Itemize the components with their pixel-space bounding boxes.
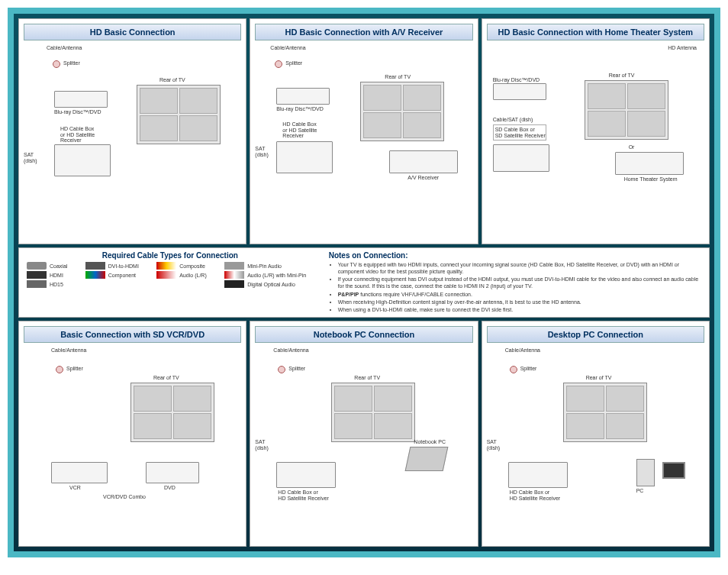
notes-title: Notes on Connection: bbox=[329, 251, 701, 260]
diagram: Cable/Antenna Splitter Rear of TV SAT (d… bbox=[487, 347, 704, 541]
monitor-icon bbox=[662, 462, 685, 479]
cablebox-icon bbox=[54, 144, 111, 176]
label-hts: Home Theater System bbox=[624, 176, 678, 183]
label-cable-antenna: Cable/Antenna bbox=[505, 347, 540, 354]
label-sat: SAT (dish) bbox=[487, 439, 501, 451]
label-avr: A/V Receiver bbox=[407, 175, 439, 181]
cable-item: Audio (L/R) with Mini-Pin bbox=[224, 271, 313, 279]
label-or: Or bbox=[629, 144, 635, 150]
label-sd-cablebox: SD Cable Box or SD Satellite Receiver bbox=[493, 124, 546, 141]
cable-icon bbox=[224, 271, 244, 279]
desktop-tower-icon bbox=[636, 459, 655, 486]
label-splitter: Splitter bbox=[520, 366, 537, 372]
note-item: When receiving High-Definition content s… bbox=[338, 299, 701, 305]
diagram: Cable/Antenna Splitter Rear of TV Blu-ra… bbox=[24, 45, 241, 239]
label-rear-tv: Rear of TV bbox=[586, 375, 612, 381]
label-rear-tv: Rear of TV bbox=[385, 74, 411, 80]
label-bluray: Blu-ray Disc™/DVD bbox=[276, 106, 323, 112]
label-cable-antenna: Cable/Antenna bbox=[47, 45, 82, 51]
bluray-icon bbox=[54, 91, 108, 108]
cable-icon bbox=[85, 271, 105, 279]
label-cablebox: HD Cable Box or HD Satellite Receiver bbox=[282, 121, 317, 139]
label-rear-tv: Rear of TV bbox=[159, 77, 185, 83]
cable-item: Digital Optical Audio bbox=[224, 280, 313, 288]
cable-icon bbox=[85, 262, 105, 270]
panel-title: HD Basic Connection with Home Theater Sy… bbox=[487, 24, 704, 40]
label-cable-antenna: Cable/Antenna bbox=[270, 45, 305, 51]
note-item: P&P/PIP P&P/PIP functions require VHF/UH… bbox=[338, 291, 701, 298]
cable-label: HDMI bbox=[50, 273, 63, 278]
tv-rear-icon bbox=[130, 383, 214, 442]
diagram: Cable/Antenna Splitter Rear of TV VCR DV… bbox=[24, 347, 241, 541]
layout-grid: HD Basic Connection Cable/Antenna Splitt… bbox=[18, 18, 710, 547]
label-rear-tv: Rear of TV bbox=[153, 375, 179, 381]
bluray-icon bbox=[276, 88, 330, 105]
cable-item: Composite bbox=[156, 262, 214, 270]
cables-block: Required Cable Types for Connection Coax… bbox=[27, 251, 314, 288]
cable-label: Digital Optical Audio bbox=[247, 282, 295, 287]
label-splitter: Splitter bbox=[285, 60, 302, 66]
diagram: HD Antenna Rear of TV Blu-ray Disc™/DVD … bbox=[487, 45, 704, 239]
tv-rear-icon bbox=[331, 383, 415, 442]
label-notebook: Notebook PC bbox=[414, 439, 446, 445]
label-splitter: Splitter bbox=[63, 60, 80, 66]
panel-title: HD Basic Connection with A/V Receiver bbox=[255, 24, 472, 40]
cable-label: Audio (L/R) with Mini-Pin bbox=[247, 273, 306, 278]
note-item: Your TV is equipped with two HDMI inputs… bbox=[338, 261, 701, 275]
label-vcr: VCR bbox=[69, 485, 81, 491]
note-item: When using a DVI-to-HDMI cable, make sur… bbox=[338, 306, 701, 313]
cable-icon bbox=[156, 262, 176, 270]
label-cablebox: HD Cable Box or HD Satellite Receiver bbox=[510, 489, 561, 501]
cable-label: Component bbox=[108, 273, 136, 278]
panel-hd-basic: HD Basic Connection Cable/Antenna Splitt… bbox=[18, 18, 246, 244]
notebook-icon bbox=[405, 447, 449, 471]
cable-label: Coaxial bbox=[50, 263, 67, 269]
cablebox-icon bbox=[493, 144, 549, 172]
panel-notebook: Notebook PC Connection Cable/Antenna Spl… bbox=[250, 321, 478, 547]
label-cablesat: Cable/SAT (dish) bbox=[493, 117, 533, 123]
avr-icon bbox=[389, 150, 458, 173]
tv-rear-icon bbox=[563, 383, 647, 442]
label-cable-antenna: Cable/Antenna bbox=[273, 347, 308, 354]
bluray-icon bbox=[493, 83, 546, 100]
hts-icon bbox=[615, 152, 684, 175]
cablebox-icon bbox=[276, 462, 336, 488]
label-rear-tv: Rear of TV bbox=[354, 375, 380, 381]
diagram: Cable/Antenna Splitter Rear of TV SAT (d… bbox=[255, 347, 472, 541]
cable-icon bbox=[27, 280, 47, 288]
notes-block: Notes on Connection: Your TV is equipped… bbox=[329, 251, 701, 314]
cable-item: HDMI bbox=[27, 271, 75, 279]
tv-rear-icon bbox=[585, 80, 668, 140]
panel-desktop: Desktop PC Connection Cable/Antenna Spli… bbox=[482, 321, 710, 547]
splitter-icon bbox=[53, 60, 60, 68]
label-splitter: Splitter bbox=[66, 366, 83, 372]
label-sat: SAT (dish) bbox=[24, 152, 37, 163]
cable-icon bbox=[27, 271, 47, 279]
vcr-icon bbox=[51, 462, 108, 483]
label-rear-tv: Rear of TV bbox=[609, 73, 635, 79]
cable-label: DVI-to-HDMI bbox=[108, 263, 139, 269]
cable-item: Audio (L/R) bbox=[156, 271, 214, 279]
panel-title: Notebook PC Connection bbox=[255, 326, 472, 343]
cables-title: Required Cable Types for Connection bbox=[27, 251, 314, 260]
splitter-icon bbox=[275, 60, 282, 68]
label-sat: SAT (dish) bbox=[255, 439, 269, 451]
splitter-icon bbox=[510, 366, 517, 373]
label-splitter: Splitter bbox=[288, 366, 305, 372]
cable-label: Audio (L/R) bbox=[179, 273, 206, 278]
cable-item: Coaxial bbox=[27, 262, 75, 270]
label-bluray: Blu-ray Disc™/DVD bbox=[54, 109, 101, 115]
cable-label: Mini-Pin Audio bbox=[247, 263, 282, 269]
panel-hd-avr: HD Basic Connection with A/V Receiver Ca… bbox=[250, 18, 478, 244]
cable-item: DVI-to-HDMI bbox=[85, 262, 147, 270]
label-dvd: DVD bbox=[164, 485, 176, 491]
label-sat: SAT (dish) bbox=[255, 146, 269, 157]
label-cable-antenna: Cable/Antenna bbox=[51, 347, 86, 354]
cable-label: Composite bbox=[179, 263, 205, 269]
note-item: If your connecting equipment has DVI out… bbox=[338, 276, 701, 289]
cablebox-icon bbox=[276, 141, 333, 173]
cable-item: Component bbox=[85, 271, 147, 279]
label-hd-antenna: HD Antenna bbox=[668, 45, 697, 51]
cable-icon bbox=[27, 262, 47, 270]
panel-hd-hts: HD Basic Connection with Home Theater Sy… bbox=[482, 18, 710, 244]
